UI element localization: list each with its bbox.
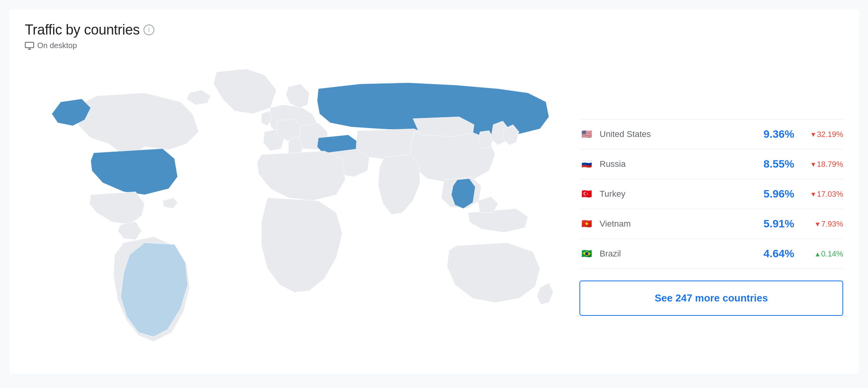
device-filter[interactable]: On desktop <box>25 41 843 50</box>
change-arrow-icon <box>811 130 815 139</box>
change-value: 18.79% <box>817 160 843 169</box>
country-name: Brazil <box>600 249 742 259</box>
traffic-by-countries-card: Traffic by countries i On desktop <box>9 9 859 374</box>
country-percentage: 5.91% <box>748 218 794 230</box>
country-stats-sidebar: 🇺🇸 United States 9.36% 32.19% 🇷🇺 Russia … <box>579 58 843 362</box>
country-flag: 🇧🇷 <box>579 249 593 258</box>
change-value: 7.93% <box>821 220 843 229</box>
country-change: 17.03% <box>801 189 843 199</box>
change-value: 17.03% <box>817 190 843 199</box>
main-content: 🇺🇸 United States 9.36% 32.19% 🇷🇺 Russia … <box>25 58 843 362</box>
country-flag: 🇷🇺 <box>579 159 593 169</box>
country-change: 7.93% <box>801 219 843 229</box>
country-row: 🇹🇷 Turkey 5.96% 17.03% <box>579 179 843 209</box>
change-arrow-icon <box>816 219 820 229</box>
country-flag: 🇻🇳 <box>579 219 593 229</box>
country-name: Turkey <box>600 189 742 199</box>
country-row: 🇻🇳 Vietnam 5.91% 7.93% <box>579 209 843 239</box>
country-percentage: 9.36% <box>748 128 794 140</box>
change-value: 32.19% <box>817 130 843 139</box>
country-percentage: 5.96% <box>748 188 794 200</box>
change-value: 0.14% <box>821 249 843 258</box>
country-list: 🇺🇸 United States 9.36% 32.19% 🇷🇺 Russia … <box>579 119 843 269</box>
country-name: Russia <box>600 159 742 169</box>
svg-rect-0 <box>25 42 34 48</box>
country-row: 🇧🇷 Brazil 4.64% 0.14% <box>579 239 843 269</box>
country-change: 18.79% <box>801 159 843 169</box>
device-label: On desktop <box>37 41 77 50</box>
country-percentage: 4.64% <box>748 248 794 260</box>
country-flag: 🇹🇷 <box>579 189 593 199</box>
country-row: 🇷🇺 Russia 8.55% 18.79% <box>579 149 843 179</box>
country-name: Vietnam <box>600 219 742 229</box>
country-change: 0.14% <box>801 249 843 258</box>
world-map-svg <box>25 58 564 362</box>
change-arrow-icon <box>816 249 820 258</box>
country-row: 🇺🇸 United States 9.36% 32.19% <box>579 119 843 149</box>
country-percentage: 8.55% <box>748 158 794 170</box>
card-header: Traffic by countries i <box>25 22 843 38</box>
country-flag: 🇺🇸 <box>579 130 593 139</box>
monitor-icon <box>25 42 34 50</box>
change-arrow-icon <box>811 159 815 169</box>
info-icon[interactable]: i <box>144 24 154 35</box>
country-change: 32.19% <box>801 130 843 139</box>
page-title: Traffic by countries <box>25 22 140 38</box>
country-name: United States <box>600 129 742 139</box>
see-more-countries-button[interactable]: See 247 more countries <box>579 281 843 316</box>
change-arrow-icon <box>811 189 815 199</box>
world-map-area <box>25 58 564 362</box>
